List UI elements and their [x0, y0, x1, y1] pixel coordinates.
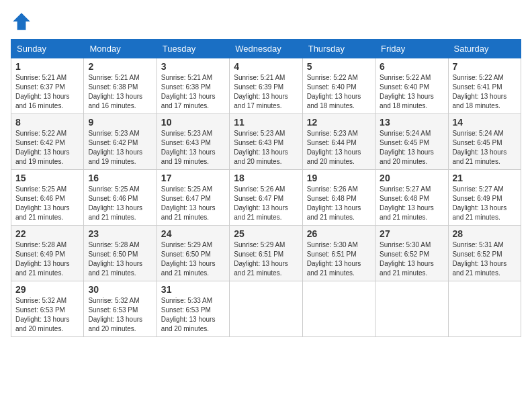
day-number: 3 [161, 61, 225, 72]
calendar-cell: 1 Sunrise: 5:21 AM Sunset: 6:37 PM Dayli… [11, 58, 84, 114]
day-number: 2 [88, 61, 152, 72]
day-number: 18 [234, 173, 298, 183]
day-info: Sunrise: 5:25 AM Sunset: 6:47 PM Dayligh… [161, 185, 225, 222]
calendar-cell: 14 Sunrise: 5:24 AM Sunset: 6:45 PM Dayl… [448, 114, 521, 170]
day-number: 28 [453, 228, 517, 239]
calendar-cell [230, 281, 302, 337]
day-info: Sunrise: 5:27 AM Sunset: 6:48 PM Dayligh… [380, 185, 443, 222]
day-number: 26 [307, 228, 371, 239]
calendar-cell: 19 Sunrise: 5:26 AM Sunset: 6:48 PM Dayl… [302, 170, 375, 226]
calendar-cell: 31 Sunrise: 5:33 AM Sunset: 6:53 PM Dayl… [157, 281, 229, 337]
calendar-cell: 29 Sunrise: 5:32 AM Sunset: 6:53 PM Dayl… [11, 281, 84, 337]
calendar-cell: 6 Sunrise: 5:22 AM Sunset: 6:40 PM Dayli… [375, 58, 448, 114]
calendar-week-4: 22 Sunrise: 5:28 AM Sunset: 6:49 PM Dayl… [11, 226, 521, 281]
day-info: Sunrise: 5:25 AM Sunset: 6:46 PM Dayligh… [88, 185, 152, 222]
column-header-monday: Monday [84, 40, 157, 58]
day-number: 11 [234, 117, 298, 128]
calendar-week-3: 15 Sunrise: 5:25 AM Sunset: 6:46 PM Dayl… [11, 170, 521, 226]
day-number: 6 [380, 61, 443, 72]
day-info: Sunrise: 5:25 AM Sunset: 6:46 PM Dayligh… [15, 185, 79, 222]
day-number: 1 [15, 61, 79, 72]
calendar-cell: 5 Sunrise: 5:22 AM Sunset: 6:40 PM Dayli… [302, 58, 375, 114]
day-info: Sunrise: 5:24 AM Sunset: 6:45 PM Dayligh… [380, 129, 443, 167]
day-info: Sunrise: 5:27 AM Sunset: 6:49 PM Dayligh… [453, 185, 517, 222]
calendar-cell: 10 Sunrise: 5:23 AM Sunset: 6:43 PM Dayl… [157, 114, 229, 170]
day-info: Sunrise: 5:23 AM Sunset: 6:42 PM Dayligh… [88, 129, 152, 167]
day-number: 20 [380, 173, 443, 183]
calendar-cell: 30 Sunrise: 5:32 AM Sunset: 6:53 PM Dayl… [84, 281, 157, 337]
day-number: 16 [88, 173, 152, 183]
day-info: Sunrise: 5:22 AM Sunset: 6:40 PM Dayligh… [307, 73, 371, 111]
day-info: Sunrise: 5:26 AM Sunset: 6:48 PM Dayligh… [307, 185, 371, 222]
day-number: 22 [15, 228, 79, 239]
calendar-cell: 15 Sunrise: 5:25 AM Sunset: 6:46 PM Dayl… [11, 170, 84, 226]
page-header [11, 11, 521, 32]
day-number: 27 [380, 228, 443, 239]
day-number: 14 [453, 117, 517, 128]
day-info: Sunrise: 5:21 AM Sunset: 6:38 PM Dayligh… [161, 73, 225, 111]
calendar-week-1: 1 Sunrise: 5:21 AM Sunset: 6:37 PM Dayli… [11, 58, 521, 114]
day-info: Sunrise: 5:26 AM Sunset: 6:47 PM Dayligh… [234, 185, 298, 222]
calendar-cell: 11 Sunrise: 5:23 AM Sunset: 6:43 PM Dayl… [230, 114, 302, 170]
calendar-header-row: SundayMondayTuesdayWednesdayThursdayFrid… [11, 40, 521, 58]
day-info: Sunrise: 5:30 AM Sunset: 6:52 PM Dayligh… [380, 240, 443, 278]
day-number: 13 [380, 117, 443, 128]
day-number: 4 [234, 61, 298, 72]
day-number: 9 [88, 117, 152, 128]
day-number: 25 [234, 228, 298, 239]
calendar-cell: 2 Sunrise: 5:21 AM Sunset: 6:38 PM Dayli… [84, 58, 157, 114]
day-info: Sunrise: 5:23 AM Sunset: 6:43 PM Dayligh… [234, 129, 298, 167]
svg-marker-0 [13, 13, 30, 30]
day-info: Sunrise: 5:22 AM Sunset: 6:42 PM Dayligh… [15, 129, 79, 167]
day-number: 7 [453, 61, 517, 72]
calendar-cell: 9 Sunrise: 5:23 AM Sunset: 6:42 PM Dayli… [84, 114, 157, 170]
day-number: 15 [15, 173, 79, 183]
day-number: 8 [15, 117, 79, 128]
calendar-cell [448, 281, 521, 337]
day-info: Sunrise: 5:30 AM Sunset: 6:51 PM Dayligh… [307, 240, 371, 278]
calendar-cell: 23 Sunrise: 5:28 AM Sunset: 6:50 PM Dayl… [84, 226, 157, 281]
day-number: 24 [161, 228, 225, 239]
day-number: 12 [307, 117, 371, 128]
day-info: Sunrise: 5:22 AM Sunset: 6:40 PM Dayligh… [380, 73, 443, 111]
day-info: Sunrise: 5:21 AM Sunset: 6:39 PM Dayligh… [234, 73, 298, 111]
column-header-thursday: Thursday [302, 40, 375, 58]
day-info: Sunrise: 5:31 AM Sunset: 6:52 PM Dayligh… [453, 240, 517, 278]
calendar-cell: 8 Sunrise: 5:22 AM Sunset: 6:42 PM Dayli… [11, 114, 84, 170]
column-header-tuesday: Tuesday [157, 40, 229, 58]
column-header-friday: Friday [375, 40, 448, 58]
calendar-cell: 27 Sunrise: 5:30 AM Sunset: 6:52 PM Dayl… [375, 226, 448, 281]
calendar-week-2: 8 Sunrise: 5:22 AM Sunset: 6:42 PM Dayli… [11, 114, 521, 170]
day-info: Sunrise: 5:22 AM Sunset: 6:41 PM Dayligh… [453, 73, 517, 111]
day-info: Sunrise: 5:28 AM Sunset: 6:49 PM Dayligh… [15, 240, 79, 278]
calendar-cell: 20 Sunrise: 5:27 AM Sunset: 6:48 PM Dayl… [375, 170, 448, 226]
calendar-cell: 3 Sunrise: 5:21 AM Sunset: 6:38 PM Dayli… [157, 58, 229, 114]
day-info: Sunrise: 5:29 AM Sunset: 6:51 PM Dayligh… [234, 240, 298, 278]
calendar-cell: 18 Sunrise: 5:26 AM Sunset: 6:47 PM Dayl… [230, 170, 302, 226]
day-info: Sunrise: 5:23 AM Sunset: 6:44 PM Dayligh… [307, 129, 371, 167]
column-header-wednesday: Wednesday [230, 40, 302, 58]
calendar-cell: 24 Sunrise: 5:29 AM Sunset: 6:50 PM Dayl… [157, 226, 229, 281]
calendar: SundayMondayTuesdayWednesdayThursdayFrid… [11, 39, 521, 337]
day-info: Sunrise: 5:29 AM Sunset: 6:50 PM Dayligh… [161, 240, 225, 278]
day-number: 5 [307, 61, 371, 72]
day-info: Sunrise: 5:23 AM Sunset: 6:43 PM Dayligh… [161, 129, 225, 167]
logo-icon [11, 11, 32, 32]
calendar-cell: 21 Sunrise: 5:27 AM Sunset: 6:49 PM Dayl… [448, 170, 521, 226]
day-number: 21 [453, 173, 517, 183]
calendar-cell: 17 Sunrise: 5:25 AM Sunset: 6:47 PM Dayl… [157, 170, 229, 226]
calendar-cell [375, 281, 448, 337]
calendar-cell: 25 Sunrise: 5:29 AM Sunset: 6:51 PM Dayl… [230, 226, 302, 281]
day-info: Sunrise: 5:33 AM Sunset: 6:53 PM Dayligh… [161, 296, 225, 334]
day-info: Sunrise: 5:32 AM Sunset: 6:53 PM Dayligh… [15, 296, 79, 334]
day-number: 23 [88, 228, 152, 239]
column-header-sunday: Sunday [11, 40, 84, 58]
day-info: Sunrise: 5:32 AM Sunset: 6:53 PM Dayligh… [88, 296, 152, 334]
day-number: 31 [161, 284, 225, 295]
calendar-cell: 22 Sunrise: 5:28 AM Sunset: 6:49 PM Dayl… [11, 226, 84, 281]
calendar-cell: 4 Sunrise: 5:21 AM Sunset: 6:39 PM Dayli… [230, 58, 302, 114]
day-number: 19 [307, 173, 371, 183]
calendar-cell: 28 Sunrise: 5:31 AM Sunset: 6:52 PM Dayl… [448, 226, 521, 281]
day-info: Sunrise: 5:21 AM Sunset: 6:37 PM Dayligh… [15, 73, 79, 111]
day-number: 30 [88, 284, 152, 295]
